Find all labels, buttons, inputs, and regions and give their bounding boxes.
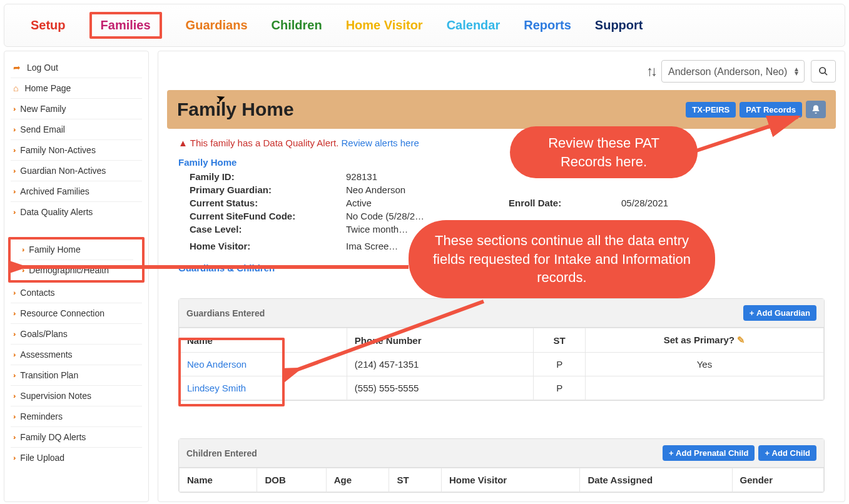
sidebar-item-label: Send Email <box>20 124 65 134</box>
guardian-primary: Yes <box>585 353 823 376</box>
chevron-icon: ›› <box>13 188 14 195</box>
guardians-panel: Guardians Entered + Add Guardian Name Ph… <box>178 298 825 401</box>
enroll-date-label: Enroll Date: <box>509 198 621 208</box>
sidebar-item-demographic-health[interactable]: ››Demographic/Health <box>19 260 133 280</box>
children-panel-title: Children Entered <box>186 448 257 458</box>
current-status-label: Current Status: <box>190 198 346 208</box>
tab-setup[interactable]: Setup <box>31 18 66 33</box>
guardian-phone: (555) 555-5555 <box>347 376 534 400</box>
sidebar-item-family-dq-alerts[interactable]: ››Family DQ Alerts <box>11 427 142 448</box>
family-selector[interactable]: Anderson (Anderson, Neo) <box>661 60 805 83</box>
warning-icon: ▲ <box>178 138 188 148</box>
notifications-button[interactable] <box>806 101 826 118</box>
tab-children[interactable]: Children <box>272 18 322 33</box>
children-panel: Children Entered + Add Prenatal Child + … <box>178 438 825 493</box>
family-home-section-link[interactable]: Family Home <box>178 157 825 168</box>
sidebar-item-supervision-notes[interactable]: ››Supervision Notes <box>11 386 142 406</box>
tab-reports[interactable]: Reports <box>524 18 571 33</box>
col-age: Age <box>326 468 389 492</box>
col-phone: Phone Number <box>347 328 534 353</box>
pat-records-button[interactable]: PAT Records <box>740 102 802 118</box>
sidebar-item-new-family[interactable]: ››New Family <box>11 99 142 119</box>
sidebar-item-reminders[interactable]: ››Reminders <box>11 406 142 427</box>
sidebar-item-guardian-non-actives[interactable]: ››Guardian Non-Actives <box>11 161 142 181</box>
guardian-st: P <box>534 353 585 376</box>
sidebar-item-family-home[interactable]: ››Family Home <box>19 239 133 260</box>
tx-peirs-button[interactable]: TX-PEIRS <box>686 102 736 118</box>
sidebar-item-label: File Upload <box>20 453 64 463</box>
tab-guardians[interactable]: Guardians <box>186 18 248 33</box>
table-row: Lindsey Smith (555) 555-5555 P <box>180 376 824 400</box>
sidebar-item-label: Family Non-Actives <box>20 145 96 155</box>
chevron-icon: ›› <box>13 310 14 317</box>
guardians-table: Name Phone Number ST Set as Primary? ✎ N… <box>179 328 824 400</box>
tab-families[interactable]: Families <box>89 12 162 39</box>
family-id-value: 928131 <box>346 171 509 182</box>
col-name: Name <box>180 468 257 492</box>
sidebar-item-label: Home Page <box>24 83 71 93</box>
sidebar-item-family-non-actives[interactable]: ››Family Non-Actives <box>11 140 142 161</box>
case-level-label: Case Level: <box>190 224 346 234</box>
alert-text: This family has a Data Quality Alert. <box>190 138 339 148</box>
sidebar-item-assessments[interactable]: ››Assessments <box>11 345 142 365</box>
sidebar-item-goals-plans[interactable]: ››Goals/Plans <box>11 324 142 345</box>
guardian-phone: (214) 457-1351 <box>347 353 534 376</box>
sidebar-item-label: Family Home <box>29 244 80 255</box>
sidebar-item-dq-alerts[interactable]: ››Data Quality Alerts <box>11 202 142 222</box>
main-content: ➤ ↑↓ Anderson (Anderson, Neo) ▴▾ Family … <box>158 51 845 502</box>
col-st: ST <box>534 328 585 353</box>
col-name: Name <box>180 328 347 353</box>
svg-line-1 <box>825 73 827 75</box>
family-id-label: Family ID: <box>190 171 346 182</box>
home-visitor-value: Ima Scree… <box>346 237 509 251</box>
sidebar-item-label: Family DQ Alerts <box>20 432 86 442</box>
add-guardian-button[interactable]: + Add Guardian <box>743 305 816 321</box>
chevron-icon: ›› <box>13 126 14 133</box>
guardian-link[interactable]: Lindsey Smith <box>187 383 246 393</box>
sidebar-item-file-upload[interactable]: ››File Upload <box>11 448 142 468</box>
tab-support[interactable]: Support <box>595 18 643 33</box>
sitefund-value: No Code (5/28/2… <box>346 211 509 221</box>
edit-primary-icon[interactable]: ✎ <box>737 335 745 345</box>
page-title: Family Home <box>177 99 294 120</box>
sidebar-item-label: Log Out <box>27 63 58 73</box>
sidebar-item-home[interactable]: ⌂Home Page <box>11 78 142 99</box>
chevron-icon: ›› <box>13 413 14 420</box>
primary-guardian-value: Neo Anderson <box>346 184 509 195</box>
col-hv: Home Visitor <box>441 468 580 492</box>
col-gender: Gender <box>732 468 824 492</box>
tab-calendar[interactable]: Calendar <box>447 18 501 33</box>
sidebar-item-label: Transition Plan <box>20 370 78 380</box>
add-prenatal-child-button[interactable]: + Add Prenatal Child <box>663 445 755 461</box>
sidebar-item-label: Resource Connection <box>20 308 104 318</box>
sidebar-highlight-box: ››Family Home ››Demographic/Health <box>8 237 145 283</box>
guardian-primary <box>585 376 823 400</box>
chevron-icon: ›› <box>13 351 14 358</box>
sitefund-label: Current SiteFund Code: <box>190 211 346 221</box>
chevron-icon: ›› <box>13 392 14 400</box>
guardians-children-section-link[interactable]: Guardians & Children <box>178 263 825 273</box>
chevron-icon: ›› <box>13 289 14 296</box>
sidebar-item-resource-connection[interactable]: ››Resource Connection <box>11 303 142 324</box>
guardians-panel-title: Guardians Entered <box>186 308 265 318</box>
sidebar-item-send-email[interactable]: ››Send Email <box>11 119 142 140</box>
chevron-icon: ›› <box>13 208 14 216</box>
review-alerts-link[interactable]: Review alerts here <box>342 138 419 148</box>
sidebar-item-archived-families[interactable]: ››Archived Families <box>11 181 142 202</box>
sidebar-item-label: Supervision Notes <box>20 391 91 401</box>
enroll-date-value: 05/28/2021 <box>621 198 746 208</box>
chevron-icon: ›› <box>13 167 14 174</box>
svg-point-0 <box>820 68 825 73</box>
search-button[interactable] <box>811 60 836 83</box>
chevron-icon: ›› <box>13 371 14 379</box>
current-status-value: Active <box>346 198 509 208</box>
guardian-link[interactable]: Neo Anderson <box>187 359 247 370</box>
sidebar-item-transition-plan[interactable]: ››Transition Plan <box>11 365 142 386</box>
sidebar-item-contacts[interactable]: ››Contacts <box>11 283 142 303</box>
chevron-icon: ›› <box>13 433 14 441</box>
tab-home-visitor[interactable]: Home Visitor <box>346 18 423 33</box>
sort-toggle-icon[interactable]: ↑↓ <box>646 63 655 79</box>
add-child-button[interactable]: + Add Child <box>758 445 816 461</box>
sidebar-item-logout[interactable]: ➦Log Out <box>11 58 142 78</box>
primary-guardian-label: Primary Guardian: <box>190 184 346 195</box>
